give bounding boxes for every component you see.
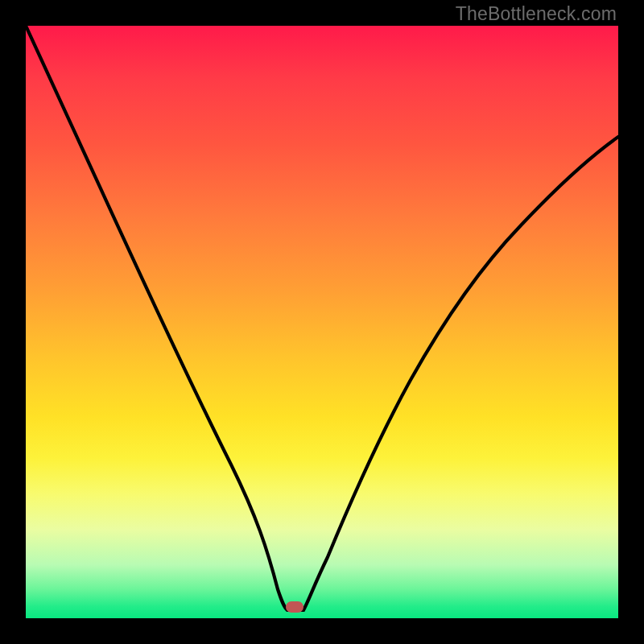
chart-plot-area	[26, 26, 618, 618]
min-marker	[286, 601, 303, 613]
chart-frame: TheBottleneck.com	[0, 0, 644, 644]
bottleneck-curve	[26, 26, 618, 618]
watermark-text: TheBottleneck.com	[456, 3, 617, 25]
curve-path	[26, 26, 618, 610]
